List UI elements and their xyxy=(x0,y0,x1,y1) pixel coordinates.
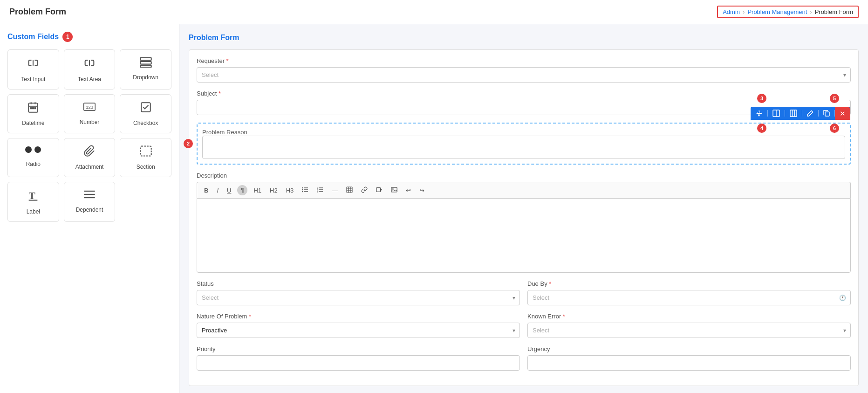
requester-field: Requester * Select ▾ xyxy=(197,57,851,83)
due-by-select[interactable]: Select xyxy=(527,290,851,305)
svg-rect-2 xyxy=(140,58,151,61)
form-title: Problem Form xyxy=(189,34,859,42)
priority-field: Priority xyxy=(197,345,520,371)
svg-rect-46 xyxy=(376,188,381,192)
nature-select[interactable]: Proactive xyxy=(197,323,520,338)
label-icon: T xyxy=(27,189,40,205)
editor-redo[interactable]: ↪ xyxy=(417,186,427,194)
svg-text:3.: 3. xyxy=(317,191,318,193)
toolbar-layout-btn[interactable] xyxy=(768,107,785,120)
editor-undo[interactable]: ↩ xyxy=(403,186,413,194)
editor-h3[interactable]: H3 xyxy=(284,186,296,194)
editor-ul[interactable] xyxy=(300,186,311,194)
field-number[interactable]: 123 Number xyxy=(64,94,116,133)
svg-rect-48 xyxy=(391,187,397,192)
radio-label: Radio xyxy=(26,161,41,167)
toolbar-close-btn[interactable]: ✕ xyxy=(835,107,850,120)
urgency-input[interactable] xyxy=(527,355,851,371)
breadcrumb-current: Problem Form xyxy=(815,8,853,15)
urgency-field: Urgency xyxy=(527,345,851,371)
svg-text:123: 123 xyxy=(86,104,93,110)
nature-label: Nature Of Problem * xyxy=(197,313,520,320)
text-input-label: Text Input xyxy=(21,76,45,83)
toolbar-edit-btn[interactable] xyxy=(802,107,818,119)
known-error-select[interactable]: Select xyxy=(527,323,851,338)
problem-reason-input[interactable] xyxy=(202,136,845,159)
urgency-label: Urgency xyxy=(527,345,851,352)
number-icon: 123 xyxy=(83,101,96,115)
form-area: Requester * Select ▾ Subject * xyxy=(189,49,859,386)
field-attachment[interactable]: Attachment xyxy=(64,138,116,177)
toolbar-columns-btn[interactable] xyxy=(785,107,802,120)
status-label: Status xyxy=(197,280,520,287)
field-label[interactable]: T Label xyxy=(7,182,59,222)
field-text-area[interactable]: Text Area xyxy=(64,49,116,90)
editor-h2[interactable]: H2 xyxy=(267,186,280,194)
editor-underline[interactable]: U xyxy=(225,186,233,194)
text-area-label: Text Area xyxy=(78,76,101,83)
dropdown-icon xyxy=(139,56,152,70)
dropdown-label: Dropdown xyxy=(133,74,158,81)
known-error-label: Known Error * xyxy=(527,313,851,320)
breadcrumb-admin[interactable]: Admin xyxy=(723,8,740,15)
editor-image[interactable] xyxy=(389,186,400,194)
breadcrumb-management[interactable]: Problem Management xyxy=(747,8,807,15)
editor-paragraph[interactable]: ¶ xyxy=(237,185,247,195)
top-bar: Problem Form Admin › Problem Management … xyxy=(0,0,868,24)
description-field: Description B I U ¶ H1 H2 H3 1.2.3. — xyxy=(197,172,851,273)
float-toolbar: ✕ 3 5 4 6 xyxy=(751,107,850,120)
annotation-4: 4 xyxy=(757,124,766,133)
main-content: Problem Form Requester * Select ▾ Subjec… xyxy=(179,24,868,393)
status-select[interactable]: Select xyxy=(197,290,520,305)
text-area-icon xyxy=(83,56,96,72)
svg-marker-47 xyxy=(381,188,383,191)
field-radio[interactable]: Radio xyxy=(7,138,59,177)
editor-body[interactable] xyxy=(197,198,851,273)
description-label: Description xyxy=(197,172,851,179)
svg-point-16 xyxy=(34,146,41,153)
checkbox-icon xyxy=(140,101,152,116)
label-label: Label xyxy=(27,208,40,215)
attachment-label: Attachment xyxy=(75,164,104,170)
annotation-3: 3 xyxy=(757,94,766,103)
radio-icon xyxy=(25,145,41,157)
svg-point-34 xyxy=(302,191,303,192)
field-dependent[interactable]: Dependent xyxy=(64,182,116,222)
priority-label: Priority xyxy=(197,345,520,352)
annotation-2: 2 xyxy=(184,139,193,148)
status-field: Status Select ▾ xyxy=(197,280,520,305)
editor-h1[interactable]: H1 xyxy=(251,186,264,194)
svg-rect-25 xyxy=(790,110,797,117)
editor-ol[interactable]: 1.2.3. xyxy=(314,186,326,194)
editor-italic[interactable]: I xyxy=(214,186,221,194)
field-datetime[interactable]: Datetime xyxy=(7,94,59,133)
field-checkbox[interactable]: Checkbox xyxy=(120,94,171,133)
page-title: Problem Form xyxy=(9,7,66,17)
number-label: Number xyxy=(80,119,100,125)
svg-rect-4 xyxy=(140,65,151,68)
editor-video[interactable] xyxy=(374,186,385,194)
sidebar-title: Custom Fields xyxy=(7,33,59,41)
priority-input[interactable] xyxy=(197,355,520,371)
problem-reason-wrapper: 2 xyxy=(197,123,851,165)
fields-grid: Text Input Text Area xyxy=(7,49,171,222)
sidebar: Custom Fields 1 Text Input xyxy=(0,24,179,393)
toolbar-copy-btn[interactable] xyxy=(819,107,834,119)
editor-link[interactable] xyxy=(359,186,370,195)
svg-point-15 xyxy=(25,146,32,153)
editor-table[interactable] xyxy=(344,186,355,195)
due-by-field: Due By * Select 🕐 xyxy=(527,280,851,305)
svg-rect-10 xyxy=(33,108,34,109)
field-dropdown[interactable]: Dropdown xyxy=(120,49,171,90)
field-section[interactable]: Section xyxy=(120,138,171,177)
svg-rect-41 xyxy=(347,187,352,193)
editor-hr[interactable]: — xyxy=(329,186,340,194)
dependent-icon xyxy=(83,189,96,203)
dependent-label: Dependent xyxy=(76,207,103,213)
requester-select[interactable]: Select xyxy=(197,67,851,83)
editor-bold[interactable]: B xyxy=(202,186,211,194)
attachment-icon xyxy=(83,145,96,160)
field-text-input[interactable]: Text Input xyxy=(7,49,59,90)
toolbar-move-btn[interactable] xyxy=(751,107,767,120)
text-input-icon xyxy=(27,56,40,72)
